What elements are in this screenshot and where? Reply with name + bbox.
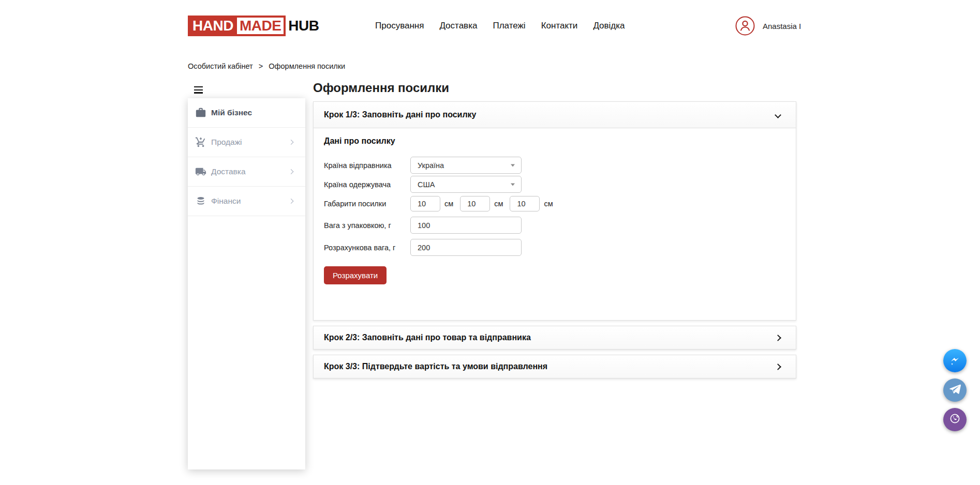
sender-country-label: Країна відправника: [324, 161, 410, 170]
sidebar: Мій бізнес Продажі Доставка Фінанс: [188, 98, 305, 469]
sidebar-item-my-business[interactable]: Мій бізнес: [188, 98, 305, 128]
dimension-length-input[interactable]: [410, 196, 440, 211]
calc-weight-label: Розрахункова вага, г: [324, 244, 410, 252]
recipient-country-value: США: [418, 180, 435, 189]
sidebar-item-label: Доставка: [211, 167, 246, 176]
form-section-title: Дані про посилку: [324, 137, 395, 146]
weight-row: Вага з упаковкою, г: [324, 217, 522, 234]
accordion-step1-header[interactable]: Крок 1/3: Заповніть дані про посилку: [313, 101, 796, 128]
accordion-step2-header[interactable]: Крок 2/3: Заповніть дані про товар та ві…: [313, 326, 796, 350]
nav-item-contacts[interactable]: Контакти: [541, 21, 578, 31]
select-arrow-icon: [511, 164, 515, 166]
top-navigation: Просування Доставка Платежі Контакти Дов…: [375, 0, 625, 52]
sidebar-item-label: Фінанси: [211, 196, 241, 206]
recipient-country-select[interactable]: США: [410, 176, 522, 193]
nav-item-promotion[interactable]: Просування: [375, 21, 424, 31]
sidebar-item-sales[interactable]: Продажі: [188, 128, 305, 157]
chevron-right-icon: [289, 169, 294, 174]
recipient-country-row: Країна одержувача США: [324, 176, 522, 193]
messenger-icon: [948, 353, 962, 369]
breadcrumb-current: Оформлення посилки: [269, 62, 345, 70]
sidebar-item-delivery[interactable]: Доставка: [188, 157, 305, 187]
accordion-step3-header[interactable]: Крок 3/3: Підтвердьте вартість та умови …: [313, 355, 796, 378]
viber-icon: [948, 412, 962, 428]
logo-red-box: HAND MADE: [188, 16, 286, 36]
sender-country-row: Країна відправника Україна: [324, 157, 522, 174]
sidebar-item-label: Мій бізнес: [211, 108, 252, 117]
accordion-step3-title: Крок 3/3: Підтвердьте вартість та умови …: [324, 362, 547, 371]
sidebar-item-label: Продажі: [211, 138, 242, 147]
chevron-right-icon: [775, 363, 781, 370]
briefcase-icon: [195, 107, 206, 118]
sender-country-select[interactable]: Україна: [410, 157, 522, 174]
sidebar-toggle-icon[interactable]: [194, 86, 203, 95]
user-avatar-icon: [735, 16, 755, 36]
dimensions-label: Габарити посилки: [324, 200, 410, 208]
dimension-width-input[interactable]: [460, 196, 490, 211]
truck-icon: [195, 166, 206, 177]
weight-input[interactable]: [410, 217, 522, 234]
calc-weight-input[interactable]: [410, 239, 522, 256]
cart-icon: [195, 137, 206, 148]
nav-item-help[interactable]: Довідка: [593, 21, 625, 31]
brand-logo[interactable]: HAND MADE HUB: [188, 16, 319, 36]
chevron-right-icon: [775, 335, 781, 341]
breadcrumb-parent[interactable]: Особистий кабінет: [188, 62, 253, 70]
sender-country-value: Україна: [418, 161, 444, 170]
unit-cm: см: [544, 200, 553, 208]
calculate-button[interactable]: Розрахувати: [324, 266, 387, 284]
accordion-step1-title: Крок 1/3: Заповніть дані про посилку: [324, 110, 477, 119]
page-title: Оформлення посилки: [313, 81, 449, 95]
telegram-button[interactable]: [943, 378, 967, 402]
weight-label: Вага з упаковкою, г: [324, 221, 410, 230]
select-arrow-icon: [511, 183, 515, 186]
logo-hand: HAND: [192, 18, 233, 34]
calc-weight-row: Розрахункова вага, г: [324, 239, 522, 256]
breadcrumb: Особистий кабінет > Оформлення посилки: [188, 62, 345, 70]
coins-icon: [195, 195, 206, 207]
sidebar-item-finance[interactable]: Фінанси: [188, 187, 305, 216]
recipient-country-label: Країна одержувача: [324, 180, 410, 189]
breadcrumb-separator: >: [259, 62, 263, 70]
accordion-step1-body: Дані про посилку Країна відправника Укра…: [313, 128, 796, 321]
dimensions-row: Габарити посилки см см см: [324, 196, 560, 211]
chevron-right-icon: [289, 199, 294, 204]
dimension-height-input[interactable]: [510, 196, 540, 211]
nav-item-delivery[interactable]: Доставка: [439, 21, 477, 31]
accordion-step2-title: Крок 2/3: Заповніть дані про товар та ві…: [324, 333, 531, 342]
chevron-right-icon: [289, 140, 294, 145]
user-menu[interactable]: Anastasia I: [735, 0, 801, 52]
nav-item-payments[interactable]: Платежі: [493, 21, 525, 31]
logo-hub: HUB: [288, 18, 319, 34]
chevron-down-icon: [775, 112, 781, 118]
user-name: Anastasia I: [763, 22, 801, 31]
viber-button[interactable]: [943, 408, 967, 431]
unit-cm: см: [494, 200, 503, 208]
messenger-button[interactable]: [943, 349, 967, 372]
logo-made: MADE: [237, 18, 284, 34]
unit-cm: см: [444, 200, 453, 208]
telegram-icon: [948, 383, 962, 398]
